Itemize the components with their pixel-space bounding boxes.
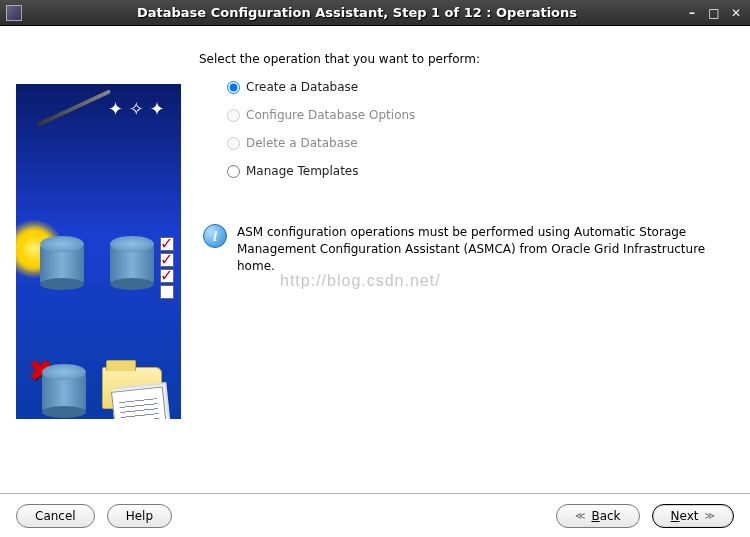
info-block: i ASM configuration operations must be p… [203, 224, 728, 274]
help-button[interactable]: Help [107, 504, 172, 528]
prompt-text: Select the operation that you want to pe… [199, 52, 734, 66]
database-icon [40, 244, 84, 284]
button-label: Help [126, 509, 153, 523]
back-button[interactable]: ≪ Back [556, 504, 640, 528]
radio-label: Create a Database [246, 80, 358, 94]
info-text: ASM configuration operations must be per… [237, 224, 728, 274]
database-icon [110, 244, 154, 284]
maximize-icon[interactable]: □ [706, 6, 722, 20]
sparkle-icon: ✦ ✧ ✦ [108, 98, 165, 119]
radio-manage-templates[interactable]: Manage Templates [227, 164, 734, 178]
chevron-left-icon: ≪ [575, 510, 585, 521]
cancel-button[interactable]: Cancel [16, 504, 95, 528]
title-bar: Database Configuration Assistant, Step 1… [0, 0, 750, 26]
next-button[interactable]: Next ≫ [652, 504, 734, 528]
main-panel: Select the operation that you want to pe… [199, 44, 734, 492]
app-icon [6, 5, 22, 21]
radio-configure-options: Configure Database Options [227, 108, 734, 122]
button-label-rest: ext [680, 509, 699, 523]
wizard-banner-image: ✦ ✧ ✦ ✖ [16, 84, 181, 419]
watermark-text: http://blog.csdn.net/ [280, 272, 441, 290]
radio-input-delete [227, 137, 240, 150]
database-icon [42, 372, 86, 412]
radio-label: Configure Database Options [246, 108, 415, 122]
radio-input-manage[interactable] [227, 165, 240, 178]
checklist-icon [160, 237, 174, 299]
radio-label: Delete a Database [246, 136, 358, 150]
minimize-icon[interactable]: – [684, 6, 700, 20]
radio-input-create[interactable] [227, 81, 240, 94]
wizard-footer: Cancel Help ≪ Back Next ≫ [0, 493, 750, 537]
wand-icon [37, 89, 111, 126]
window-title: Database Configuration Assistant, Step 1… [30, 5, 684, 20]
operation-radio-group: Create a Database Configure Database Opt… [227, 80, 734, 178]
info-icon: i [203, 224, 227, 248]
radio-create-database[interactable]: Create a Database [227, 80, 734, 94]
chevron-right-icon: ≫ [705, 510, 715, 521]
radio-delete-database: Delete a Database [227, 136, 734, 150]
button-label-rest: ack [600, 509, 621, 523]
window-controls: – □ ✕ [684, 6, 744, 20]
document-stack-icon [111, 386, 169, 419]
radio-label: Manage Templates [246, 164, 359, 178]
content-area: ✦ ✧ ✦ ✖ Select the operation that you wa… [0, 26, 750, 492]
radio-input-configure [227, 109, 240, 122]
button-label: Cancel [35, 509, 76, 523]
close-icon[interactable]: ✕ [728, 6, 744, 20]
